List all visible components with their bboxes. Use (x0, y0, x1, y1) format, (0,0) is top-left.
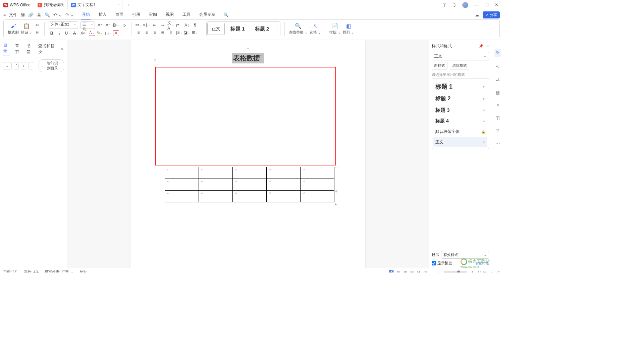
italic-icon[interactable]: I (57, 30, 63, 36)
nav-tab-chapter[interactable]: 章节 (15, 43, 22, 55)
paragraph-mark-icon[interactable]: ¶ (192, 22, 198, 28)
search-icon[interactable]: 🔍 (223, 12, 228, 17)
style-item-h1[interactable]: 标题 1↵ (433, 80, 487, 93)
preview-checkbox[interactable] (432, 261, 436, 265)
toc-remove-button[interactable]: － (28, 62, 33, 69)
justify-icon[interactable]: ≣ (160, 30, 166, 36)
fullscreen-icon[interactable]: ⤢ (497, 270, 500, 272)
page-indicator[interactable]: 页面: 1/1 (3, 269, 18, 272)
toc-up-button[interactable]: ˄ (14, 62, 19, 69)
sort-icon[interactable]: A↓ (184, 22, 190, 28)
document-table[interactable] (165, 167, 334, 202)
panel-close-icon[interactable]: ✕ (486, 44, 489, 48)
underline-icon[interactable]: U (65, 30, 71, 36)
avatar[interactable] (462, 2, 468, 8)
zoom-slider[interactable] (444, 271, 467, 272)
cut-icon[interactable]: ✂ (34, 22, 40, 28)
tab-review[interactable]: 审阅 (148, 10, 158, 19)
print-icon[interactable]: 🖶 (37, 12, 41, 17)
style-item-h4[interactable]: 标题 4↵ (433, 116, 487, 127)
tab-insert[interactable]: 插入 (98, 10, 107, 19)
show-select[interactable]: 有效样式 (441, 251, 489, 259)
increase-indent-icon[interactable]: ⇥ (160, 22, 166, 28)
view-print-icon[interactable]: ▦ (404, 270, 407, 272)
word-count[interactable]: 字数: 4/4 (24, 269, 38, 272)
strike-icon[interactable]: A̶ (73, 30, 79, 36)
align-right-icon[interactable]: ≡ (152, 30, 158, 36)
bullet-list-icon[interactable]: ≡• (136, 22, 142, 28)
nav-close-icon[interactable]: ✕ (60, 47, 63, 51)
style-heading2[interactable]: 标题 2 (251, 23, 274, 35)
view-outline-icon[interactable]: ◪ (417, 270, 420, 272)
redo-icon[interactable]: ↷ ⌄ (65, 12, 74, 17)
arrange-button[interactable]: ◧排列 ⌄ (343, 23, 354, 35)
grid-icon[interactable]: ⊞ (397, 270, 400, 272)
tab-view[interactable]: 视图 (165, 10, 174, 19)
tab-member[interactable]: 会员专享 (199, 10, 216, 19)
book-icon[interactable]: ◫ (495, 115, 500, 120)
document-canvas[interactable]: ↵ ⠿ 表格数据↵ ⬚ ⊕ ◣ (67, 40, 429, 268)
toc-dropdown[interactable]: ⌄ (3, 62, 12, 69)
help-icon[interactable]: ? (496, 128, 499, 133)
clear-format-button[interactable]: 清除格式 (450, 62, 469, 69)
toc-add-button[interactable]: ＋ (21, 62, 26, 69)
tab-page[interactable]: 页面 (115, 10, 124, 19)
layout-button[interactable]: 📄排版 ⌄ (329, 23, 341, 35)
pencil-icon[interactable]: ✎ (494, 49, 501, 57)
zoom-level[interactable]: 113% (478, 270, 487, 273)
smart-layout-link[interactable]: 智能排版 (476, 261, 489, 266)
share-button[interactable]: ↗ 分享 (483, 11, 500, 18)
format-painter-button[interactable]: 🖌格式刷 (8, 23, 19, 35)
nav-tab-find[interactable]: 查找和替换 (38, 43, 55, 55)
numbered-list-icon[interactable]: ≡1 (144, 22, 150, 28)
more-icon[interactable]: ⋯ (495, 141, 500, 146)
style-heading1[interactable]: 标题 1 (226, 23, 249, 35)
tab-wps-home[interactable]: W WPS Office (0, 0, 34, 10)
styles-panel-title[interactable]: 样式和格式 (432, 43, 455, 49)
panel-toggle-icon[interactable]: ◫ (442, 2, 446, 7)
hamburger-icon[interactable]: ≡ (3, 12, 6, 17)
highlight-icon[interactable]: ✎ (97, 30, 103, 36)
pointer-icon[interactable]: ↖ (496, 64, 500, 69)
bold-icon[interactable]: B (49, 30, 55, 36)
phonetic-icon[interactable]: 拼 (113, 22, 119, 28)
copy-icon[interactable]: ⎘ (34, 30, 40, 36)
grow-font-icon[interactable]: A⁺ (97, 22, 103, 28)
cube-icon[interactable]: ⬡ (452, 2, 456, 7)
focus-icon[interactable]: ◎ (424, 270, 427, 272)
document-title[interactable]: 表格数据↵ (232, 53, 264, 63)
clear-format-icon[interactable]: ◇ (121, 22, 127, 28)
zoom-in-button[interactable]: ＋ (471, 269, 474, 272)
proofing-status[interactable]: 校对 (79, 269, 87, 272)
new-tab-button[interactable]: ＋ (122, 2, 134, 8)
collapse-icon[interactable]: — (496, 42, 501, 47)
shrink-font-icon[interactable]: A⁻ (105, 22, 111, 28)
nav-tab-toc[interactable]: 目录 (3, 43, 10, 55)
select-button[interactable]: ↖选择 ⌄ (310, 23, 321, 35)
link-icon[interactable]: 🔗 (28, 12, 34, 17)
font-name-select[interactable]: 宋体 (正文) (49, 21, 78, 29)
settings-icon[interactable]: ⇄ (496, 77, 500, 82)
align-left-icon[interactable]: ≡ (136, 30, 142, 36)
tab-document[interactable]: W 文字文稿1 • (68, 0, 122, 10)
font-size-select[interactable]: 三号 (80, 21, 95, 29)
undo-icon[interactable]: ↶ ⌄ (53, 12, 62, 17)
shading-icon[interactable]: ▢ (105, 30, 111, 36)
file-menu[interactable]: 文件 (9, 12, 17, 18)
align-center-icon[interactable]: ≡ (144, 30, 150, 36)
save-icon[interactable]: 🖫 (20, 12, 25, 17)
style-item-default-font[interactable]: 默认段落字体🔒 (433, 127, 487, 137)
table-resize-handle[interactable]: ◣ (335, 202, 337, 206)
char-scale-icon[interactable]: 文A (168, 22, 174, 28)
reading-view-icon[interactable]: ♿ (389, 270, 394, 272)
zoom-fit-icon[interactable]: ⊡ (430, 270, 433, 272)
font-color-icon[interactable]: A (89, 30, 95, 36)
table-side-handle[interactable]: ⊕ (335, 190, 338, 193)
minimize-button[interactable]: — (474, 2, 479, 7)
find-replace-button[interactable]: 🔍查找替换 ⌄ (289, 23, 308, 35)
zoom-dropdown-icon[interactable]: ⌄ (490, 270, 493, 272)
cloud-icon[interactable]: ☁ (475, 12, 479, 17)
style-item-h2[interactable]: 标题 2↵ (433, 93, 487, 105)
drag-handle-icon[interactable]: ⠿ (154, 59, 156, 62)
borders-icon[interactable]: ⊞ (192, 30, 198, 36)
